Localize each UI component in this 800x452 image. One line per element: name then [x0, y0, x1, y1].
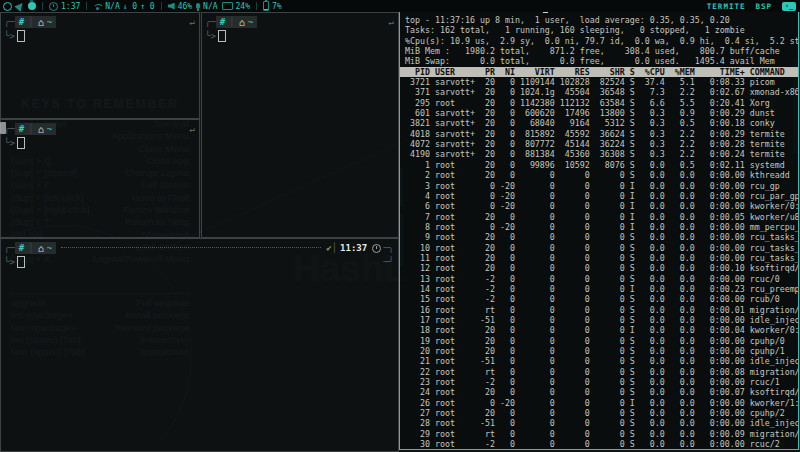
wifi-icon [93, 3, 102, 10]
prompt-corner: ╭─ [4, 17, 15, 27]
top-table-header: PID USER PR NI VIRT RES SHR S %CPU %MEM … [400, 67, 798, 77]
top-output: top - 11:37:16 up 8 min, 1 user, load av… [400, 12, 798, 449]
prompt-path: ~ [47, 243, 52, 253]
terminal-cursor [17, 137, 25, 149]
prompt-path-segment: ⌂~ [34, 242, 56, 254]
launcher-icon[interactable] [14, 0, 25, 11]
clock-module[interactable]: 1:37 [49, 2, 80, 11]
wm-layout-label: BSP [755, 2, 772, 11]
home-icon: ⌂ [38, 243, 44, 254]
terminal-cursor [17, 256, 25, 268]
terminal-cursor [218, 30, 226, 42]
shell-prompt-line2: ╰> [1, 136, 199, 150]
mic-value: N/A [203, 2, 217, 11]
status-bar: 1:37 N/A ↓ 0 ↑ 0 46% N/A 24% [0, 0, 800, 12]
prompt-dotted-fill [61, 247, 321, 249]
desktop: KEYS TO REMEMBER [Sup] + EnterTerminalAp… [0, 0, 800, 452]
prompt-path: ~ [47, 124, 52, 134]
bar-separator [256, 2, 257, 10]
terminal-launcher-icon[interactable]: ›_ [782, 2, 796, 11]
prompt-status-separator: │ [332, 243, 337, 253]
prompt-path-segment: ⌂~ [34, 16, 56, 28]
battery-value: 7% [272, 2, 282, 11]
prompt-path-segment: ⌂~ [34, 123, 56, 135]
prompt-hash-segment: # [216, 16, 229, 28]
terminal-window-left-lower[interactable]: ╭─#│⌂~↵ ╰> [0, 119, 200, 238]
mic-icon [196, 3, 200, 9]
network-ssid: N/A [105, 2, 119, 11]
bar-separator [86, 2, 87, 10]
brightness-value: 24% [236, 2, 250, 11]
clock-icon [372, 244, 381, 253]
top-table-header-text: PID USER PR NI VIRT RES SHR S %CPU %MEM … [405, 67, 798, 77]
return-glyph-icon: ↵ [389, 17, 394, 27]
top-summary: top - 11:37:16 up 8 min, 1 user, load av… [405, 15, 798, 67]
bar-separator [42, 2, 43, 10]
shell-prompt-line2: ╰> [202, 29, 398, 43]
shell-prompt-line2: ╰>─╯ [1, 255, 398, 269]
speaker-icon [168, 3, 175, 10]
prompt-path: ~ [47, 17, 52, 27]
prompt-hash-segment: # [15, 242, 28, 254]
shell-prompt: ╭─#│⌂~↵ [202, 13, 398, 29]
bar-separator [161, 2, 162, 10]
prompt-hash-segment: # [15, 123, 28, 135]
network-module[interactable]: N/A ↓ 0 ↑ 0 [93, 2, 154, 11]
shell-prompt: ╭─#│⌂~↵ [1, 120, 199, 136]
prompt-corner: ╭─ [4, 243, 15, 253]
mic-module[interactable]: N/A [196, 2, 217, 11]
pomodoro-icon[interactable] [28, 2, 36, 10]
wm-terminal-label: TERMITE [707, 2, 746, 11]
terminal-cursor [17, 30, 25, 42]
shell-prompt: ╭─#│⌂~✔│11:37─╮ [1, 239, 398, 255]
network-up: ↑ 0 [140, 2, 154, 11]
terminal-window-bottom[interactable]: ╭─#│⌂~✔│11:37─╮ ╰>─╯ [0, 238, 399, 452]
prompt-path: ~ [248, 17, 253, 27]
logo-icon[interactable] [3, 2, 12, 11]
network-down: ↓ 0 [123, 2, 137, 11]
home-icon: ⌂ [38, 124, 44, 135]
terminal-window-topleft[interactable]: ╭─#│⌂~↵ ╰> [0, 12, 200, 119]
home-icon: ⌂ [239, 17, 245, 28]
home-icon: ⌂ [38, 17, 44, 28]
shell-prompt: ╭─#│⌂~↵ [1, 13, 199, 29]
volume-module[interactable]: 46% [168, 2, 192, 11]
shell-prompt-line2: ╰> [1, 29, 199, 43]
return-glyph-icon: ↵ [190, 124, 195, 134]
clock-icon [49, 2, 58, 11]
prompt-corner: ╭─ [205, 17, 216, 27]
volume-value: 46% [178, 2, 192, 11]
terminal-window-middle[interactable]: ╭─#│⌂~↵ ╰> [201, 12, 399, 238]
brightness-module[interactable]: 24% [222, 2, 250, 11]
float-indicator-icon [0, 122, 6, 134]
clock-value: 1:37 [61, 2, 80, 11]
top-process-rows: 3721 sarvott+ 20 0 1109144 102828 82524 … [405, 77, 798, 449]
prompt-hash-segment: # [15, 16, 28, 28]
return-glyph-icon: ↵ [190, 17, 195, 27]
terminal-window-top-process-monitor[interactable]: top - 11:37:16 up 8 min, 1 user, load av… [399, 11, 799, 450]
display-icon [222, 2, 233, 10]
prompt-time: 11:37 [340, 243, 367, 253]
battery-module[interactable]: 7% [263, 1, 282, 11]
battery-icon [263, 1, 269, 11]
prompt-path-segment: ⌂~ [235, 16, 257, 28]
